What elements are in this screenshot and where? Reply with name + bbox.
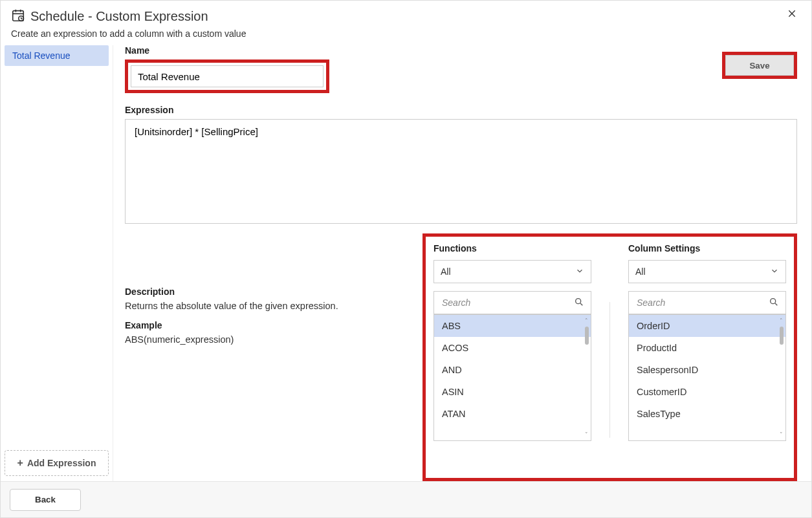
scroll-up-icon: ˄ xyxy=(585,318,588,324)
sidebar-item-expression[interactable]: Total Revenue xyxy=(5,45,109,66)
column-item[interactable]: SalespersonID xyxy=(629,359,785,381)
name-label: Name xyxy=(125,45,329,56)
scroll-down-icon: ˅ xyxy=(585,431,588,438)
page-title: Schedule - Custom Expression xyxy=(30,9,208,24)
function-item[interactable]: ASIN xyxy=(434,381,591,403)
column-item[interactable]: SalesType xyxy=(629,403,785,425)
scrollbar-thumb[interactable] xyxy=(780,327,784,345)
column-item[interactable]: ProductId xyxy=(629,337,785,359)
expression-textarea[interactable] xyxy=(125,119,797,224)
add-expression-label: Add Expression xyxy=(27,458,96,468)
description-label: Description xyxy=(125,286,410,297)
save-button[interactable]: Save xyxy=(725,55,794,76)
expression-label: Expression xyxy=(125,105,797,115)
columns-label: Column Settings xyxy=(628,243,786,254)
search-icon xyxy=(769,297,779,309)
back-button[interactable]: Back xyxy=(10,489,81,511)
panel-divider xyxy=(609,302,610,438)
schedule-icon xyxy=(11,8,25,25)
svg-point-11 xyxy=(771,298,776,303)
scroll-up-icon: ˄ xyxy=(780,318,783,324)
column-item[interactable]: OrderID xyxy=(629,315,785,337)
svg-line-12 xyxy=(775,303,777,305)
columns-filter-select[interactable]: All xyxy=(628,260,786,283)
function-item[interactable]: ABS xyxy=(434,315,591,337)
functions-label: Functions xyxy=(433,243,591,254)
scroll-down-icon: ˅ xyxy=(780,431,783,438)
columns-panel: Column Settings All xyxy=(628,243,786,470)
functions-search-input[interactable] xyxy=(441,297,574,308)
functions-filter-select[interactable]: All xyxy=(433,260,591,283)
chevron-down-icon xyxy=(575,266,584,277)
sidebar-item-label: Total Revenue xyxy=(12,50,71,61)
name-input[interactable] xyxy=(131,65,324,87)
example-label: Example xyxy=(125,320,410,330)
page-subtitle: Create an expression to add a column wit… xyxy=(11,28,801,39)
close-button[interactable] xyxy=(787,8,800,21)
svg-point-9 xyxy=(576,298,581,303)
columns-filter-value: All xyxy=(635,266,646,277)
functions-panel: Functions All xyxy=(433,243,591,470)
functions-list[interactable]: ˄ ABS ACOS AND ASIN ATAN ˅ xyxy=(433,314,591,441)
function-item[interactable]: ATAN xyxy=(434,403,591,425)
chevron-down-icon xyxy=(770,266,779,277)
plus-icon: + xyxy=(17,457,23,469)
scrollbar-thumb[interactable] xyxy=(585,327,589,345)
function-item[interactable]: AND xyxy=(434,359,591,381)
column-item[interactable]: CustomerID xyxy=(629,381,785,403)
function-item[interactable]: ACOS xyxy=(434,337,591,359)
example-text: ABS(numeric_expression) xyxy=(125,334,410,345)
functions-filter-value: All xyxy=(441,266,451,277)
svg-line-6 xyxy=(21,19,23,19)
search-icon xyxy=(574,297,584,309)
svg-line-10 xyxy=(580,303,582,305)
columns-search-input[interactable] xyxy=(635,297,769,308)
columns-list[interactable]: ˄ OrderID ProductId SalespersonID Custom… xyxy=(628,314,786,441)
add-expression-button[interactable]: + Add Expression xyxy=(5,450,109,476)
description-text: Returns the absolute value of the given … xyxy=(125,301,410,311)
